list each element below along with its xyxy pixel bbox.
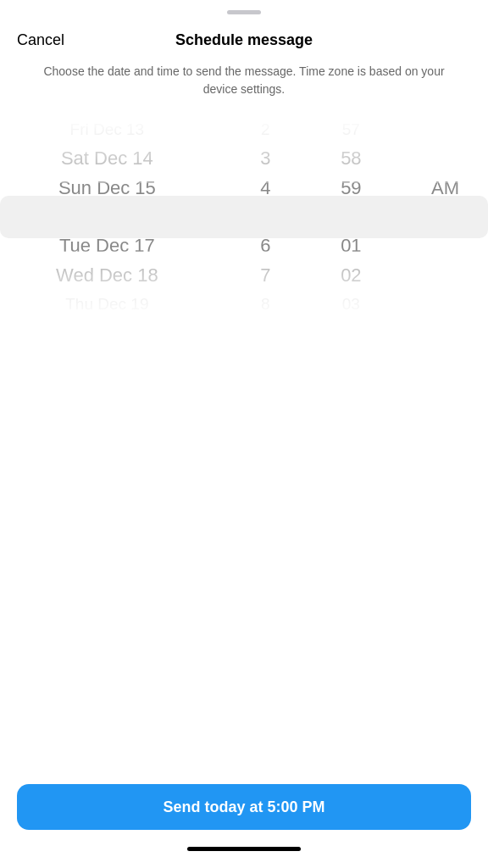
home-indicator	[187, 847, 301, 851]
list-item: Sat Dec 14	[0, 144, 214, 173]
schedule-sheet: Cancel Schedule message Choose the date …	[0, 0, 488, 868]
list-item	[402, 115, 488, 144]
list-item: 58	[308, 144, 394, 173]
picker-selection-highlight	[0, 196, 488, 238]
list-item	[402, 290, 488, 319]
list-item	[402, 144, 488, 173]
list-item	[402, 260, 488, 289]
list-item: 7	[223, 260, 308, 289]
list-item: 8	[223, 290, 308, 319]
list-item: Thu Dec 19	[0, 290, 214, 319]
list-item: 02	[308, 260, 394, 289]
send-button[interactable]: Send today at 5:00 PM	[17, 784, 471, 830]
sheet-title: Schedule message	[175, 31, 313, 49]
list-item: Wed Dec 18	[0, 260, 214, 289]
list-item: 57	[308, 115, 394, 144]
list-item: Fri Dec 13	[0, 115, 214, 144]
header: Cancel Schedule message	[0, 31, 488, 63]
list-item: 03	[308, 290, 394, 319]
drag-handle[interactable]	[227, 10, 261, 14]
date-time-picker[interactable]: Fri Dec 13 Sat Dec 14 Sun Dec 15 Today T…	[0, 115, 488, 319]
cancel-button[interactable]: Cancel	[17, 31, 64, 49]
list-item: 2	[223, 115, 308, 144]
subtitle-text: Choose the date and time to send the mes…	[0, 63, 488, 98]
list-item: 3	[223, 144, 308, 173]
